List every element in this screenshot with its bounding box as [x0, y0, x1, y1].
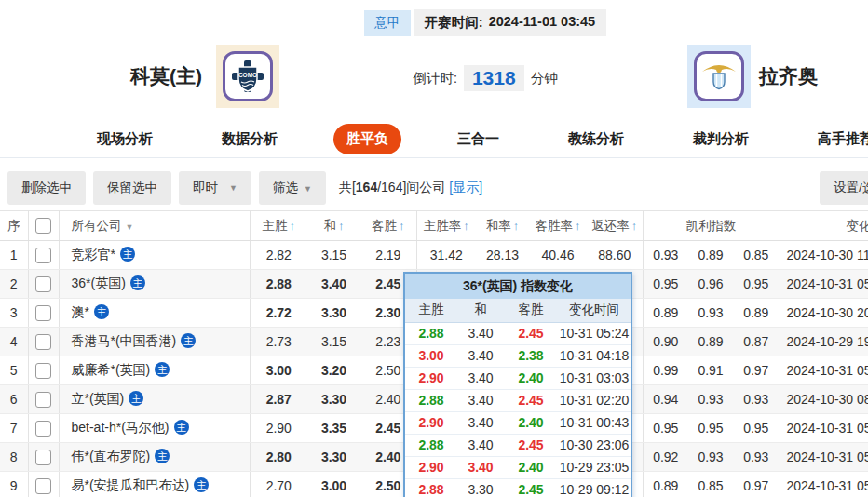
tab-referee-analysis[interactable]: 裁判分析	[680, 124, 762, 154]
row-checkbox[interactable]	[35, 248, 51, 263]
away-rate: 40.46	[529, 241, 587, 270]
row-index: 2	[0, 270, 28, 299]
popup-header-row: 主胜 和 客胜 变化时间	[405, 299, 631, 322]
tab-coach-analysis[interactable]: 教练分析	[555, 124, 637, 154]
company-name[interactable]: 香港马*(中国香港)	[72, 333, 177, 348]
company-cell[interactable]: 澳*主	[59, 299, 250, 328]
row-checkbox[interactable]	[35, 450, 51, 465]
company-cell[interactable]: 易*(安提瓜和巴布达)主	[59, 472, 250, 497]
odds-home[interactable]: 2.73	[250, 328, 307, 356]
settings-button[interactable]: 设置/选项	[820, 171, 868, 205]
kelly-away: 0.87	[733, 328, 780, 356]
col-away-rate[interactable]: 客胜率↑	[529, 211, 587, 241]
sort-up-icon: ↑	[631, 219, 638, 233]
odds-draw[interactable]: 3.40	[307, 270, 360, 299]
company-cell[interactable]: 36*(英国)主	[59, 270, 250, 299]
change-time: 2024-10-30 11:02	[780, 241, 868, 270]
col-draw-rate[interactable]: 和率↑	[476, 211, 529, 241]
odds-home[interactable]: 2.70	[250, 472, 307, 497]
kelly-home: 0.92	[643, 443, 688, 472]
company-cell[interactable]: 伟*(直布罗陀)主	[59, 443, 250, 472]
tab-expert-picks[interactable]: 高手推荐	[805, 124, 868, 154]
filter-button[interactable]: 筛选▼	[259, 171, 326, 205]
popup-odds-home: 2.90	[405, 456, 457, 478]
col-draw-odds[interactable]: 和↑	[307, 211, 360, 241]
change-time: 2024-10-31 05:25	[780, 270, 868, 299]
odds-home[interactable]: 2.80	[250, 443, 307, 472]
odds-draw[interactable]: 3.00	[307, 472, 360, 497]
odds-home[interactable]: 2.82	[250, 241, 307, 270]
tab-win-draw-lose[interactable]: 胜平负	[333, 124, 401, 154]
league-badge[interactable]: 意甲	[364, 10, 411, 36]
odds-draw[interactable]: 3.30	[307, 299, 360, 328]
row-index: 1	[0, 241, 28, 270]
countdown-label: 倒计时:	[413, 70, 457, 87]
company-cell[interactable]: 立*(英国)主	[59, 385, 250, 414]
odds-draw[interactable]: 3.20	[307, 356, 360, 385]
home-badge-icon: 主	[120, 247, 135, 262]
odds-draw[interactable]: 3.35	[307, 414, 360, 443]
company-name[interactable]: 竞彩官*	[72, 247, 115, 262]
company-name[interactable]: 36*(英国)	[72, 275, 126, 290]
odds-home[interactable]: 2.90	[250, 414, 307, 443]
change-time: 2024-10-29 19:32	[780, 328, 868, 356]
show-link[interactable]: [显示]	[449, 180, 482, 195]
col-company[interactable]: 所有公司▼	[59, 211, 250, 241]
col-home-odds[interactable]: 主胜↑	[250, 211, 307, 241]
row-checkbox[interactable]	[35, 276, 51, 292]
row-checkbox[interactable]	[35, 421, 51, 437]
tab-three-in-one[interactable]: 三合一	[444, 124, 512, 154]
company-name[interactable]: 易*(安提瓜和巴布达)	[72, 477, 190, 492]
popup-change-time: 10-31 02:20	[558, 389, 631, 411]
popup-row: 2.90 3.40 2.40 10-31 03:03	[405, 367, 631, 389]
odds-away[interactable]: 2.19	[360, 241, 416, 270]
company-name[interactable]: 伟*(直布罗陀)	[72, 449, 151, 463]
odds-home[interactable]: 3.00	[250, 356, 307, 385]
popup-row: 3.00 3.40 2.38 10-31 04:18	[405, 344, 631, 367]
popup-odds-draw: 3.40	[457, 389, 504, 411]
home-badge-icon: 主	[174, 420, 189, 435]
tab-live-analysis[interactable]: 现场分析	[84, 124, 166, 154]
company-cell[interactable]: 竞彩官*主	[59, 241, 250, 270]
row-checkbox[interactable]	[35, 305, 51, 321]
company-name[interactable]: 立*(英国)	[72, 391, 125, 406]
odds-home[interactable]: 2.88	[250, 270, 307, 299]
company-cell[interactable]: bet-at-h*(马尔他)主	[59, 414, 250, 443]
popup-row: 2.88 3.40 2.45 10-30 23:06	[405, 434, 631, 456]
row-index: 7	[0, 414, 28, 443]
kelly-home: 0.94	[643, 385, 688, 414]
company-name[interactable]: 澳*	[72, 304, 89, 319]
odds-draw[interactable]: 3.30	[307, 443, 360, 472]
odds-home[interactable]: 2.87	[250, 385, 307, 414]
company-name[interactable]: bet-at-h*(马尔他)	[72, 420, 170, 435]
tab-data-analysis[interactable]: 数据分析	[209, 124, 291, 154]
odds-draw[interactable]: 3.15	[307, 328, 360, 356]
company-name[interactable]: 威廉希*(英国)	[72, 362, 151, 377]
col-change-time[interactable]: 变化时间↑	[780, 211, 868, 241]
row-checkbox-cell	[28, 299, 59, 328]
popup-col-away: 客胜	[504, 299, 558, 322]
odds-draw[interactable]: 3.30	[307, 385, 360, 414]
popup-odds-draw: 3.40	[457, 344, 504, 367]
kelly-home: 0.95	[643, 414, 688, 443]
row-checkbox[interactable]	[35, 334, 51, 350]
popup-title: 36*(英国) 指数变化	[405, 274, 631, 299]
col-home-rate[interactable]: 主胜率↑	[416, 211, 476, 241]
select-all-checkbox[interactable]	[35, 218, 51, 234]
kelly-away: 0.89	[733, 299, 780, 328]
row-checkbox[interactable]	[35, 392, 51, 408]
row-checkbox[interactable]	[35, 363, 51, 379]
home-badge-icon: 主	[130, 275, 145, 290]
odds-draw[interactable]: 3.15	[307, 241, 360, 270]
delete-selected-button[interactable]: 删除选中	[7, 171, 86, 205]
keep-selected-button[interactable]: 保留选中	[93, 171, 171, 205]
col-payout-rate[interactable]: 返还率↑	[587, 211, 643, 241]
company-cell[interactable]: 香港马*(中国香港)主	[59, 328, 250, 356]
company-cell[interactable]: 威廉希*(英国)主	[59, 356, 250, 385]
row-checkbox[interactable]	[35, 478, 51, 494]
odds-home[interactable]: 2.72	[250, 299, 307, 328]
lazio-crest-icon	[694, 51, 744, 101]
realtime-select[interactable]: 即时▼	[179, 171, 251, 205]
col-away-odds[interactable]: 客胜↑	[360, 211, 416, 241]
row-index: 8	[0, 443, 28, 472]
